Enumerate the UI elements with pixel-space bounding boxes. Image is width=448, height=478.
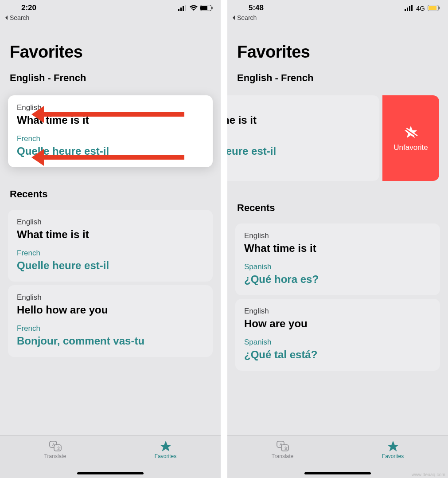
status-time: 5:48 [249, 4, 264, 12]
chevron-left-icon [4, 16, 9, 20]
source-text: Hello how are you [17, 304, 204, 316]
favorite-card-content: . ne is it . ıeure est-il [227, 95, 379, 181]
svg-rect-2 [183, 6, 184, 11]
back-label: Search [237, 14, 257, 21]
target-language: French [17, 324, 204, 333]
language-pair: English - French [0, 68, 221, 92]
target-language: Spanish [244, 263, 431, 271]
svg-rect-1 [180, 8, 182, 11]
battery-icon [200, 5, 213, 11]
language-pair: English - French [227, 68, 448, 92]
svg-rect-16 [429, 6, 436, 10]
source-language: English [244, 231, 431, 240]
signal-icon [405, 5, 413, 11]
svg-text:A: A [280, 442, 282, 447]
svg-text:文: 文 [284, 446, 288, 451]
recents-heading: Recents [227, 184, 448, 220]
svg-rect-12 [407, 8, 408, 11]
star-icon [386, 440, 400, 452]
tab-favorites[interactable]: Favorites [338, 436, 448, 478]
recent-card[interactable]: English Hello how are you French Bonjour… [8, 285, 213, 357]
target-text: Quelle heure est-il [17, 259, 204, 272]
star-slash-icon [403, 125, 418, 140]
back-to-search[interactable]: Search [0, 13, 221, 25]
target-text: ¿Qué hora es? [244, 273, 431, 286]
home-indicator[interactable] [77, 472, 144, 474]
unfavorite-button[interactable]: Unfavorite [382, 95, 439, 181]
chevron-left-icon [232, 16, 236, 20]
source-text-partial: ne is it [227, 114, 370, 126]
wifi-icon [190, 5, 198, 11]
phone-left: 2:20 Search Favorites English - French E… [0, 0, 221, 478]
recents-heading: Recents [0, 171, 221, 206]
status-time: 2:20 [21, 4, 36, 12]
target-text: Bonjour, comment vas-tu [17, 335, 204, 347]
tab-label: Favorites [155, 453, 176, 459]
svg-rect-17 [439, 7, 440, 9]
watermark: www.deuaq.com [412, 472, 445, 477]
recent-card[interactable]: English What time is it Spanish ¿Qué hor… [235, 223, 440, 295]
recent-card[interactable]: English What time is it French Quelle he… [8, 210, 213, 282]
status-bar: 5:48 4G [227, 0, 448, 13]
network-label: 4G [416, 4, 425, 12]
signal-icon [178, 5, 187, 11]
swipe-arrow-annotation [43, 112, 184, 117]
source-language: English [17, 218, 204, 227]
home-indicator[interactable] [304, 472, 371, 474]
svg-text:A: A [52, 442, 55, 447]
target-language: French [17, 249, 204, 258]
favorite-card[interactable]: English What time is it French Quelle he… [8, 95, 213, 167]
back-to-search[interactable]: Search [227, 13, 448, 25]
favorite-card-swiped[interactable]: . ne is it . ıeure est-il Unfavorite [235, 95, 440, 181]
unfavorite-label: Unfavorite [393, 143, 428, 152]
source-text: What time is it [244, 242, 431, 255]
source-language: English [17, 103, 204, 112]
source-language: English [244, 307, 431, 316]
tab-label: Translate [44, 453, 66, 459]
status-bar: 2:20 [0, 0, 221, 13]
translate-icon: A文 [49, 440, 62, 452]
tab-bar: A文 Translate Favorites [227, 435, 448, 478]
tab-favorites[interactable]: Favorites [110, 436, 221, 478]
page-title: Favorites [227, 25, 448, 68]
target-language: French [17, 134, 204, 143]
page-title: Favorites [0, 25, 221, 68]
phone-right: 5:48 4G Search Favorites English - Frenc… [227, 0, 448, 478]
tab-translate[interactable]: A文 Translate [227, 436, 338, 478]
svg-rect-11 [405, 9, 406, 11]
screenshot-divider [221, 0, 227, 478]
svg-rect-13 [409, 6, 410, 11]
star-icon [159, 440, 172, 452]
svg-rect-14 [411, 5, 413, 11]
battery-low-power-icon [428, 5, 440, 11]
source-text: What time is it [17, 228, 204, 241]
source-text: How are you [244, 317, 431, 330]
tab-label: Translate [272, 453, 294, 459]
translate-icon: A文 [276, 440, 289, 452]
target-text: ¿Qué tal está? [244, 349, 431, 361]
target-language: Spanish [244, 338, 431, 347]
target-text-partial: ıeure est-il [227, 145, 370, 157]
svg-rect-0 [178, 9, 179, 11]
swipe-arrow-annotation [43, 155, 184, 160]
back-label: Search [10, 14, 29, 21]
svg-rect-6 [212, 7, 213, 9]
tab-bar: A文 Translate Favorites [0, 435, 221, 478]
tab-translate[interactable]: A文 Translate [0, 436, 110, 478]
source-language: English [17, 293, 204, 302]
svg-rect-3 [185, 5, 186, 11]
svg-rect-5 [201, 6, 207, 10]
recent-card[interactable]: English How are you Spanish ¿Qué tal est… [235, 299, 440, 371]
tab-label: Favorites [382, 453, 404, 459]
svg-text:文: 文 [57, 446, 61, 451]
